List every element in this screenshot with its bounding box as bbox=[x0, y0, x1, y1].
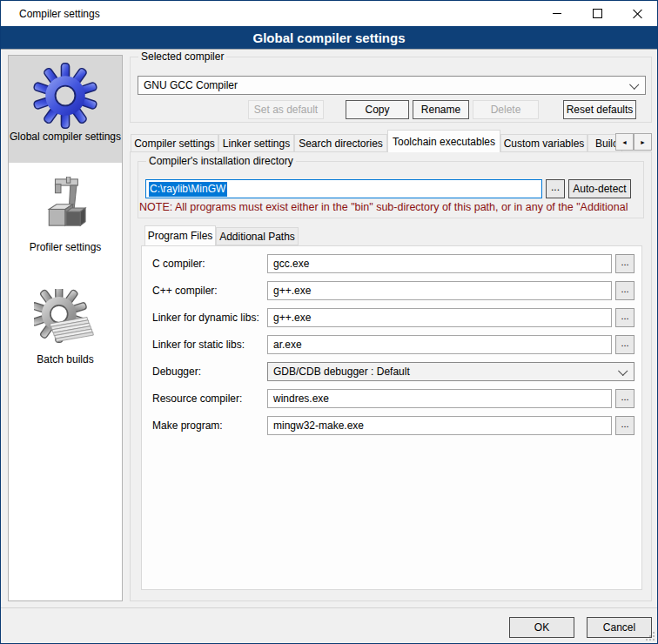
scroll-right-icon: ► bbox=[640, 139, 646, 145]
make-program-input[interactable] bbox=[267, 416, 612, 435]
debugger-value: GDB/CDB debugger : Default bbox=[273, 366, 410, 378]
linker-static-browse-button[interactable]: ... bbox=[615, 335, 634, 354]
compiler-settings-dialog: Compiler settings Global compiler settin… bbox=[0, 0, 658, 644]
sidebar-item-label: Global compiler settings bbox=[9, 131, 122, 144]
selected-compiler-group-label: Selected compiler bbox=[138, 50, 226, 63]
cancel-button[interactable]: Cancel bbox=[587, 617, 652, 638]
sidebar-item-profiler-settings[interactable]: Profiler settings bbox=[9, 170, 122, 254]
subtab-program-files[interactable]: Program Files bbox=[144, 225, 216, 245]
window-controls bbox=[537, 1, 657, 26]
linker-static-input[interactable] bbox=[267, 335, 612, 354]
sidebar-item-label: Batch builds bbox=[9, 353, 122, 366]
resource-compiler-label: Resource compiler: bbox=[152, 389, 242, 408]
chevron-down-icon bbox=[629, 80, 639, 90]
program-files-page: C compiler: ... C++ compiler: ... Linker… bbox=[141, 245, 642, 590]
sidebar-item-global-compiler-settings[interactable]: Global compiler settings bbox=[9, 56, 122, 163]
copy-button[interactable]: Copy bbox=[346, 100, 409, 119]
blue-gear-icon bbox=[32, 63, 98, 129]
linker-dynamic-label: Linker for dynamic libs: bbox=[152, 308, 259, 327]
c-compiler-browse-button[interactable]: ... bbox=[615, 254, 634, 273]
install-dir-input[interactable]: C:\raylib\MinGW bbox=[145, 179, 542, 198]
cpp-compiler-browse-button[interactable]: ... bbox=[615, 281, 634, 300]
selected-compiler-value: GNU GCC Compiler bbox=[144, 79, 238, 91]
c-compiler-input[interactable] bbox=[267, 254, 612, 273]
gray-gear-papers-icon bbox=[34, 289, 97, 352]
tab-scroll-right-button[interactable]: ► bbox=[634, 133, 652, 151]
cpp-compiler-input[interactable] bbox=[267, 281, 612, 300]
install-dir-group-label: Compiler's installation directory bbox=[146, 155, 296, 167]
tab-search-directories[interactable]: Search directories bbox=[294, 134, 387, 152]
chevron-down-icon bbox=[618, 366, 628, 376]
settings-sidebar: Global compiler settings bbox=[8, 55, 123, 601]
page-title: Global compiler settings bbox=[1, 26, 657, 50]
resource-compiler-input[interactable] bbox=[267, 389, 612, 408]
linker-dynamic-browse-button[interactable]: ... bbox=[615, 308, 634, 327]
minimize-button[interactable] bbox=[537, 1, 577, 26]
make-program-browse-button[interactable]: ... bbox=[615, 416, 634, 435]
window-title: Compiler settings bbox=[19, 8, 100, 20]
delete-button[interactable]: Delete bbox=[473, 100, 539, 119]
resize-grip[interactable] bbox=[645, 631, 655, 641]
selected-compiler-group: Selected compiler GNU GCC Compiler Set a… bbox=[130, 57, 652, 123]
ok-button[interactable]: OK bbox=[509, 617, 574, 638]
selected-compiler-combobox[interactable]: GNU GCC Compiler bbox=[138, 76, 646, 95]
close-icon bbox=[633, 9, 642, 18]
tab-scroll-buttons: ◄ ► bbox=[615, 133, 652, 151]
install-dir-browse-button[interactable]: ... bbox=[546, 179, 565, 198]
sidebar-item-label: Profiler settings bbox=[9, 241, 122, 254]
install-dir-selected-text: C:\raylib\MinGW bbox=[149, 182, 227, 197]
reset-defaults-button[interactable]: Reset defaults bbox=[563, 100, 636, 119]
tab-compiler-settings[interactable]: Compiler settings bbox=[131, 134, 218, 152]
main-content: Selected compiler GNU GCC Compiler Set a… bbox=[130, 50, 652, 607]
caliper-cubes-icon bbox=[34, 177, 97, 239]
titlebar: Compiler settings bbox=[1, 1, 657, 26]
toolchain-executables-panel: Compiler's installation directory C:\ray… bbox=[130, 151, 652, 601]
tab-custom-variables[interactable]: Custom variables bbox=[500, 134, 588, 152]
subtab-additional-paths[interactable]: Additional Paths bbox=[216, 227, 299, 245]
sidebar-item-batch-builds[interactable]: Batch builds bbox=[9, 282, 122, 366]
debugger-label: Debugger: bbox=[152, 362, 201, 381]
c-compiler-label: C compiler: bbox=[152, 254, 205, 273]
footer-divider bbox=[1, 607, 658, 608]
linker-static-label: Linker for static libs: bbox=[152, 335, 245, 354]
scroll-left-icon: ◄ bbox=[621, 139, 628, 145]
tab-scroll-left-button[interactable]: ◄ bbox=[615, 133, 634, 151]
maximize-icon bbox=[593, 9, 602, 18]
debugger-combobox[interactable]: GDB/CDB debugger : Default bbox=[267, 362, 634, 381]
auto-detect-button[interactable]: Auto-detect bbox=[568, 179, 631, 198]
set-as-default-button[interactable]: Set as default bbox=[248, 100, 324, 119]
linker-dynamic-input[interactable] bbox=[267, 308, 612, 327]
settings-tabstrip: Compiler settings Linker settings Search… bbox=[130, 130, 652, 152]
close-button[interactable] bbox=[617, 1, 657, 26]
maximize-button[interactable] bbox=[577, 1, 617, 26]
cpp-compiler-label: C++ compiler: bbox=[152, 281, 218, 300]
rename-button[interactable]: Rename bbox=[413, 100, 469, 119]
resource-compiler-browse-button[interactable]: ... bbox=[615, 389, 634, 408]
install-dir-note: NOTE: All programs must exist either in … bbox=[139, 201, 642, 213]
minimize-icon bbox=[553, 13, 561, 14]
make-program-label: Make program: bbox=[152, 416, 223, 435]
tab-linker-settings[interactable]: Linker settings bbox=[218, 134, 294, 152]
tab-toolchain-executables[interactable]: Toolchain executables bbox=[387, 130, 500, 152]
